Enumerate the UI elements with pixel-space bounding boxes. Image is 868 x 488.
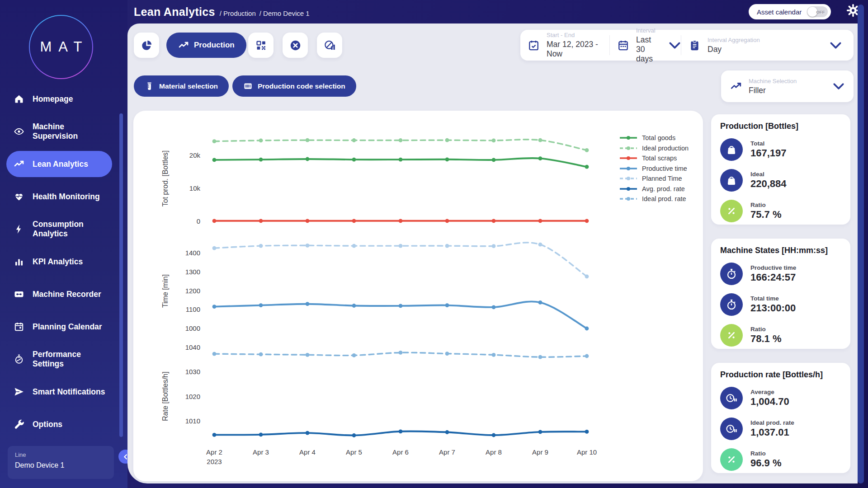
legend-item-ideal-production[interactable]: Ideal production <box>619 145 689 152</box>
sidebar-item-options[interactable]: Options <box>0 408 127 441</box>
chart-legend: Total goodsIdeal productionTotal scrapsP… <box>619 134 689 202</box>
brand-logo: MAT <box>29 15 93 79</box>
stat-card-machine-states-hh-mm-ss: Machine States [HH:mm:ss] Productive tim… <box>711 239 850 349</box>
aggregation-value: Day <box>708 45 760 54</box>
stat-row-ratio: Ratio 75.7 % <box>720 197 841 225</box>
aggregation-select[interactable]: Interval Aggregation Day <box>681 30 854 61</box>
legend-swatch <box>619 176 637 181</box>
sidebar-item-label: Machine Supervision <box>33 122 110 141</box>
legend-swatch <box>619 187 637 191</box>
gauge-icon <box>14 354 24 365</box>
legend-item-total-scraps[interactable]: Total scraps <box>619 155 689 162</box>
svg-text:Apr 4: Apr 4 <box>299 448 316 456</box>
sidebar-item-kpi-analytics[interactable]: KPI Analytics <box>0 245 127 278</box>
legend-swatch <box>619 197 637 201</box>
stat-row-ideal: Ideal 220,884 <box>720 166 841 194</box>
calendar-icon <box>14 321 24 332</box>
tab-production[interactable]: Production <box>166 33 246 58</box>
qr-grid-icon <box>255 39 267 52</box>
legend-item-productive-time[interactable]: Productive time <box>619 165 689 172</box>
bar-chart-icon <box>14 256 24 267</box>
sidebar-item-homepage[interactable]: Homepage <box>0 83 127 115</box>
stat-value: 1,037.01 <box>750 427 794 438</box>
tab-production-codes-button[interactable] <box>248 33 274 58</box>
sidebar-item-consumption-analytics[interactable]: Consumption Analytics <box>0 213 127 245</box>
time-filter-card: Start - End Mar 12, 2023 - Now Interval … <box>520 30 854 61</box>
svg-text:Apr 2: Apr 2 <box>206 448 222 456</box>
clock-pause-icon <box>726 392 737 404</box>
page-header: Lean Analytics / Production/ Demo Device… <box>134 5 310 19</box>
send-icon <box>14 386 24 397</box>
legend-label: Total scraps <box>642 155 677 162</box>
svg-text:1400: 1400 <box>185 249 200 257</box>
breadcrumb-item[interactable]: / Production <box>220 9 256 17</box>
calendar-dots-icon <box>617 39 629 52</box>
line-selector[interactable]: Line Demo Device 1 <box>8 446 114 479</box>
tab-overview-button[interactable] <box>134 33 159 58</box>
legend-label: Planned Time <box>642 175 682 182</box>
legend-item-avg-prod-rate[interactable]: Avg. prod. rate <box>619 185 689 192</box>
machine-selection-dropdown[interactable]: Machine Selection Filler <box>721 70 854 102</box>
stat-row-ratio: Ratio 78.1 % <box>720 321 841 349</box>
svg-text:Apr 10: Apr 10 <box>577 448 597 456</box>
sidebar-item-label: Health Monitoring <box>33 192 100 202</box>
sidebar-item-label: Homepage <box>33 94 73 104</box>
cassette-icon <box>14 289 24 300</box>
sidebar-item-performance-settings[interactable]: Performance Settings <box>0 343 127 375</box>
legend-item-total-goods[interactable]: Total goods <box>619 134 689 141</box>
legend-label: Ideal prod. rate <box>642 195 686 202</box>
sidebar-menu: HomepageMachine SupervisionLean Analytic… <box>0 83 127 441</box>
sidebar-item-lean-analytics[interactable]: Lean Analytics <box>6 151 112 177</box>
legend-item-planned-time[interactable]: Planned Time <box>619 175 689 182</box>
sidebar-item-planning-calendar[interactable]: Planning Calendar <box>0 310 127 343</box>
toggle-state: OFF <box>816 9 825 14</box>
line-selector-label: Line <box>15 451 107 458</box>
interval-select[interactable]: Interval Last 30 days <box>610 30 681 61</box>
bag-icon <box>726 174 737 186</box>
percent-icon <box>726 454 737 465</box>
sidebar-item-health-monitoring[interactable]: Health Monitoring <box>0 180 127 213</box>
page-scrollbar[interactable] <box>858 5 864 483</box>
sidebar-item-label: Lean Analytics <box>33 160 88 169</box>
production-code-selection-button[interactable]: Production code selection <box>232 75 356 97</box>
sidebar-scrollbar[interactable] <box>119 113 123 437</box>
stat-value: 96.9 % <box>750 457 782 469</box>
svg-text:1020: 1020 <box>185 393 200 400</box>
toggle-switch[interactable]: OFF <box>807 6 828 17</box>
sidebar-item-machine-supervision[interactable]: Machine Supervision <box>0 115 127 148</box>
svg-text:Apr 8: Apr 8 <box>486 448 502 456</box>
sidebar-item-smart-notifications[interactable]: Smart Notifications <box>0 375 127 408</box>
wrench-icon <box>14 419 24 430</box>
trend-icon <box>178 40 189 51</box>
stat-value: 75.7 % <box>750 209 782 221</box>
line-selector-value: Demo Device 1 <box>15 461 107 469</box>
beaker-icon <box>145 81 154 91</box>
svg-text:Time [min]: Time [min] <box>161 274 169 308</box>
legend-item-ideal-prod-rate[interactable]: Ideal prod. rate <box>619 195 689 202</box>
clock-pause-icon <box>726 423 737 435</box>
svg-text:0: 0 <box>197 217 200 225</box>
breadcrumb-item[interactable]: / Demo Device 1 <box>259 9 310 17</box>
production-chart: Tot prod. [Bottles]010k20kTime [min]1000… <box>133 111 703 481</box>
machine-selection-label: Machine Selection <box>749 78 797 84</box>
sidebar-item-machine-recorder[interactable]: Machine Recorder <box>0 278 127 310</box>
svg-text:Apr 9: Apr 9 <box>532 448 548 456</box>
percent-icon <box>726 329 737 341</box>
tab-speed-losses-button[interactable] <box>317 33 342 58</box>
sidebar-item-label: KPI Analytics <box>33 257 83 267</box>
sidebar-item-label: Performance Settings <box>33 350 110 368</box>
stat-value: 213:00:00 <box>750 302 796 314</box>
app-root: MAT HomepageMachine SupervisionLean Anal… <box>0 0 868 488</box>
stat-row-ideal-prod-rate: Ideal prod. rate 1,037.01 <box>720 415 841 443</box>
start-end-value: Mar 12, 2023 - Now <box>547 40 609 59</box>
trend-icon <box>730 80 742 92</box>
material-selection-label: Material selection <box>159 82 218 90</box>
asset-calendar-toggle[interactable]: Asset calendar OFF <box>749 4 831 19</box>
tab-downtimes-button[interactable] <box>283 33 308 58</box>
trend-icon <box>14 159 24 169</box>
stat-label: Total <box>750 140 787 147</box>
material-selection-button[interactable]: Material selection <box>134 75 229 97</box>
svg-text:Apr 3: Apr 3 <box>253 448 269 456</box>
start-end-picker[interactable]: Start - End Mar 12, 2023 - Now <box>520 30 609 61</box>
stat-value: 220,884 <box>750 178 787 190</box>
